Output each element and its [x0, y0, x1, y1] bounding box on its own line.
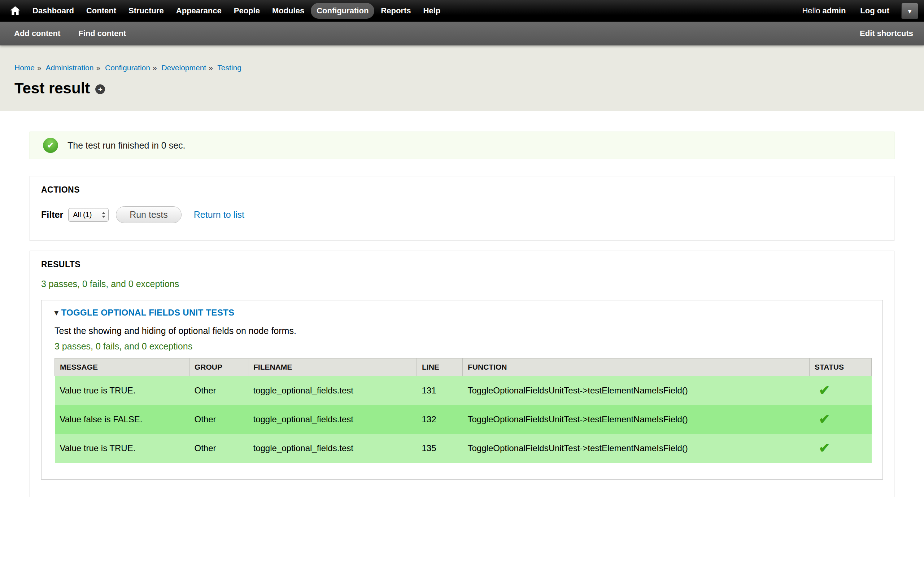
breadcrumb-link[interactable]: Configuration [105, 63, 150, 72]
cell-function: ToggleOptionalFieldsUnitTest->testElemen… [463, 434, 809, 463]
edit-shortcuts-link[interactable]: Edit shortcuts [860, 29, 913, 38]
toolbar-menu: Dashboard Content Structure Appearance P… [27, 3, 446, 19]
results-panel: RESULTS 3 passes, 0 fails, and 0 excepti… [30, 251, 894, 497]
actions-row: Filter All (1) Run tests Return to list [41, 206, 883, 223]
toolbar-menu-item[interactable]: Configuration [311, 3, 374, 19]
test-group-title-link[interactable]: TOGGLE OPTIONAL FIELDS UNIT TESTS [61, 308, 234, 318]
breadcrumb-link[interactable]: Development [162, 63, 206, 72]
checkmark-icon: ✔ [815, 441, 830, 456]
actions-legend: ACTIONS [41, 185, 883, 195]
breadcrumb-separator: » [208, 63, 213, 72]
table-header-row: MESSAGE GROUP FILENAME LINE FUNCTION STA… [55, 358, 872, 376]
greeting-text: Helloadmin [802, 6, 846, 16]
breadcrumb-separator: » [153, 63, 157, 72]
table-header-cell: LINE [417, 358, 463, 376]
toolbar-menu-item[interactable]: People [228, 3, 266, 19]
toolbar-menu-item[interactable]: Reports [375, 3, 417, 19]
status-message-text: The test run finished in 0 sec. [68, 140, 186, 151]
test-group-title-row: ▾ TOGGLE OPTIONAL FIELDS UNIT TESTS [55, 308, 872, 318]
toolbar-menu-item[interactable]: Help [417, 3, 446, 19]
table-row: Value true is TRUE. Other toggle_optiona… [55, 434, 872, 463]
actions-panel: ACTIONS Filter All (1) Run tests Return … [30, 176, 894, 241]
collapse-arrow-icon: ▾ [55, 308, 58, 317]
breadcrumb-separator: » [37, 63, 42, 72]
cell-message: Value true is TRUE. [55, 376, 189, 405]
cell-filename: toggle_optional_fields.test [248, 434, 417, 463]
cell-status: ✔ [809, 434, 872, 463]
page-header: Home» Administration» Configuration» Dev… [0, 45, 924, 111]
table-row: Value true is TRUE. Other toggle_optiona… [55, 376, 872, 405]
toolbar-menu-item[interactable]: Modules [267, 3, 310, 19]
cell-filename: toggle_optional_fields.test [248, 405, 417, 434]
cell-message: Value true is TRUE. [55, 434, 189, 463]
cell-line: 132 [417, 405, 463, 434]
test-group-description: Test the showing and hiding of optional … [55, 326, 872, 336]
cell-filename: toggle_optional_fields.test [248, 376, 417, 405]
checkmark-icon: ✔ [815, 412, 830, 427]
shortcut-item[interactable]: Add content [14, 29, 60, 38]
cell-message: Value false is FALSE. [55, 405, 189, 434]
status-message: ✔ The test run finished in 0 sec. [30, 132, 894, 159]
cell-line: 131 [417, 376, 463, 405]
select-stepper-icon [102, 212, 105, 218]
cell-group: Other [189, 434, 248, 463]
results-summary: 3 passes, 0 fails, and 0 exceptions [41, 279, 883, 289]
cell-group: Other [189, 376, 248, 405]
table-header-cell: GROUP [189, 358, 248, 376]
home-icon-button[interactable] [10, 5, 21, 16]
username: admin [822, 6, 846, 15]
main-content: ✔ The test run finished in 0 sec. ACTION… [0, 111, 924, 497]
return-to-list-link[interactable]: Return to list [194, 210, 244, 220]
toolbar-toggle-button[interactable]: ▾ [901, 3, 918, 19]
toolbar-menu-item[interactable]: Dashboard [27, 3, 80, 19]
cell-function: ToggleOptionalFieldsUnitTest->testElemen… [463, 376, 809, 405]
cell-status: ✔ [809, 405, 872, 434]
table-row: Value false is FALSE. Other toggle_optio… [55, 405, 872, 434]
toolbar-menu-item[interactable]: Appearance [170, 3, 228, 19]
admin-toolbar: Dashboard Content Structure Appearance P… [0, 0, 924, 22]
home-icon [10, 5, 21, 16]
toolbar-menu-item[interactable]: Content [81, 3, 122, 19]
cell-function: ToggleOptionalFieldsUnitTest->testElemen… [463, 405, 809, 434]
shortcut-links: Add content Find content [14, 29, 126, 38]
chevron-down-icon: ▾ [908, 7, 911, 16]
table-header-cell: MESSAGE [55, 358, 189, 376]
results-table: MESSAGE GROUP FILENAME LINE FUNCTION STA… [55, 358, 872, 463]
breadcrumb-current[interactable]: Testing [217, 63, 241, 72]
add-shortcut-icon[interactable]: + [95, 84, 105, 94]
shortcut-bar: Add content Find content Edit shortcuts [0, 22, 924, 45]
logout-link[interactable]: Log out [860, 6, 889, 16]
breadcrumb-link[interactable]: Administration [45, 63, 94, 72]
page-title-row: Test result + [15, 80, 909, 97]
page-title: Test result [15, 80, 90, 97]
status-ok-icon: ✔ [43, 138, 58, 153]
test-group-summary: 3 passes, 0 fails, and 0 exceptions [55, 341, 872, 351]
filter-select-value: All (1) [73, 211, 92, 219]
test-group-fieldset: ▾ TOGGLE OPTIONAL FIELDS UNIT TESTS Test… [41, 300, 883, 480]
breadcrumb-link[interactable]: Home [15, 63, 35, 72]
table-header-cell: STATUS [809, 358, 872, 376]
results-legend: RESULTS [41, 259, 883, 269]
run-tests-button[interactable]: Run tests [116, 206, 181, 223]
breadcrumb-separator: » [96, 63, 100, 72]
cell-line: 135 [417, 434, 463, 463]
checkmark-icon: ✔ [815, 383, 830, 398]
shortcut-item[interactable]: Find content [78, 29, 126, 38]
cell-status: ✔ [809, 376, 872, 405]
table-header-cell: FILENAME [248, 358, 417, 376]
breadcrumb: Home» Administration» Configuration» Dev… [15, 63, 909, 72]
filter-select[interactable]: All (1) [68, 208, 109, 222]
table-header-cell: FUNCTION [463, 358, 809, 376]
filter-label: Filter [41, 210, 63, 220]
cell-group: Other [189, 405, 248, 434]
toolbar-menu-item[interactable]: Structure [123, 3, 170, 19]
